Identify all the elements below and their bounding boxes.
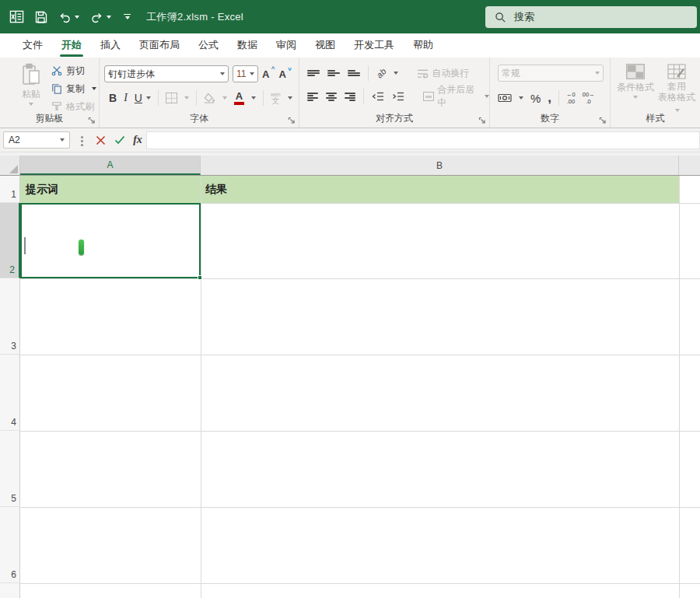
cell-b1[interactable]: 结果 [201, 176, 679, 203]
enter-button[interactable] [111, 132, 128, 148]
format-as-table-icon [667, 64, 686, 79]
alignment-group-label: 对齐方式 [299, 112, 489, 125]
conditional-formatting-label: 条件格式 [617, 81, 654, 94]
decrease-font-size-button[interactable]: Av [278, 68, 291, 80]
fill-color-icon[interactable] [204, 93, 215, 103]
wrap-text-button[interactable]: 自动换行 [417, 67, 469, 80]
paste-label: 粘贴 [22, 88, 40, 101]
fill-color-dropdown[interactable] [222, 96, 227, 100]
paste-clipboard-icon [21, 63, 41, 86]
font-color-button[interactable]: A [234, 91, 244, 105]
cell-a1[interactable]: 提示词 [20, 176, 201, 203]
wrap-text-label: 自动换行 [432, 67, 469, 80]
align-left-icon[interactable] [307, 93, 318, 101]
title-bar: 工作簿2.xlsm - Excel 搜索 [0, 0, 700, 33]
alignment-dialog-launcher-icon[interactable] [478, 117, 486, 124]
bold-button[interactable]: B [109, 92, 117, 104]
search-placeholder: 搜索 [514, 10, 534, 24]
phonetic-guide-button[interactable]: wén 文 [271, 92, 281, 105]
tab-view[interactable]: 视图 [306, 33, 345, 58]
redo-button[interactable] [90, 11, 103, 23]
column-header-a[interactable]: A [20, 156, 201, 175]
save-button[interactable] [35, 11, 47, 23]
undo-button[interactable] [58, 11, 72, 23]
align-right-icon[interactable] [345, 93, 355, 101]
clipboard-dialog-launcher-icon[interactable] [88, 117, 96, 124]
row-header-3[interactable]: 3 [0, 278, 20, 355]
name-box-dropdown[interactable] [60, 138, 65, 142]
styles-group: 条件格式 套用 表格格式 样式 [611, 58, 700, 128]
decrease-decimal-button[interactable]: 00→.0 [583, 91, 595, 105]
tab-home[interactable]: 开始 [52, 33, 91, 58]
top-align-icon[interactable] [307, 70, 320, 76]
phonetic-dropdown[interactable] [288, 96, 292, 100]
font-name-combobox[interactable]: 钉钉进步体 [104, 65, 229, 82]
borders-dropdown[interactable] [184, 96, 189, 100]
tab-help[interactable]: 帮助 [404, 33, 443, 58]
row-header-1[interactable]: 1 [0, 176, 20, 203]
accounting-format-dropdown[interactable] [519, 96, 523, 100]
copy-button[interactable]: 复制 [50, 80, 98, 97]
search-icon [495, 12, 506, 23]
font-color-dropdown[interactable] [251, 96, 256, 100]
row-header-5[interactable]: 5 [0, 431, 20, 507]
column-header-b[interactable]: B [201, 156, 679, 175]
insert-function-button[interactable]: fx [129, 132, 146, 148]
orientation-icon[interactable]: ab [375, 66, 388, 79]
accounting-format-icon[interactable] [498, 93, 512, 103]
font-dialog-launcher-icon[interactable] [288, 117, 296, 124]
cut-label: 剪切 [66, 65, 85, 78]
borders-icon[interactable] [166, 93, 177, 103]
underline-dropdown[interactable] [146, 96, 151, 100]
italic-button[interactable]: I [124, 92, 128, 104]
cell-a2-active[interactable] [20, 203, 201, 278]
column-header-c[interactable] [679, 156, 700, 175]
cancel-button[interactable] [92, 132, 109, 148]
number-dialog-launcher-icon[interactable] [599, 117, 607, 124]
row-header-4[interactable]: 4 [0, 355, 20, 431]
orientation-dropdown[interactable] [394, 72, 398, 75]
ribbon-tab-bar: 文件 开始 插入 页面布局 公式 数据 审阅 视图 开发工具 帮助 [0, 33, 700, 58]
undo-dropdown[interactable] [75, 16, 79, 19]
decrease-indent-icon[interactable] [372, 92, 384, 101]
search-box[interactable]: 搜索 [485, 6, 697, 28]
comma-style-button[interactable]: , [548, 94, 551, 102]
formula-bar-resize-handle[interactable] [81, 136, 83, 138]
font-size-combobox[interactable]: 11 [233, 65, 258, 82]
formula-input[interactable] [146, 131, 700, 149]
merge-center-button[interactable]: 合并后居中 [423, 83, 489, 110]
underline-button[interactable]: U [135, 92, 142, 104]
increase-font-size-button[interactable]: A^ [262, 68, 275, 80]
bottom-align-icon[interactable] [348, 70, 360, 76]
tab-formulas[interactable]: 公式 [189, 33, 228, 58]
font-name-value: 钉钉进步体 [108, 68, 155, 81]
tab-page-layout[interactable]: 页面布局 [130, 33, 189, 58]
tab-review[interactable]: 审阅 [267, 33, 306, 58]
tab-file[interactable]: 文件 [13, 33, 52, 58]
name-box[interactable]: A2 [3, 131, 70, 149]
gridline [201, 176, 201, 598]
conditional-formatting-button[interactable]: 条件格式 [617, 64, 654, 99]
column-header-row: A B [0, 156, 700, 176]
tab-insert[interactable]: 插入 [91, 33, 130, 58]
fill-handle[interactable] [198, 275, 202, 280]
middle-align-icon[interactable] [327, 70, 340, 76]
customize-quick-access-toolbar-button[interactable] [124, 14, 131, 20]
select-all-corner[interactable] [0, 156, 20, 175]
number-format-combobox[interactable]: 常规 [498, 65, 604, 82]
cut-button[interactable]: 剪切 [50, 62, 98, 79]
align-center-icon[interactable] [326, 93, 337, 101]
wrap-text-icon [417, 68, 429, 79]
format-as-table-button[interactable]: 套用 表格格式 [657, 64, 696, 114]
tab-developer[interactable]: 开发工具 [345, 33, 404, 58]
increase-decimal-button[interactable]: ←0.00 [566, 91, 576, 105]
increase-indent-icon[interactable] [392, 92, 404, 101]
redo-dropdown[interactable] [107, 16, 111, 19]
tab-data[interactable]: 数据 [228, 33, 267, 58]
row-header-2[interactable]: 2 [0, 203, 20, 278]
excel-window: 工作簿2.xlsm - Excel 搜索 文件 开始 插入 页面布局 公式 数据… [0, 0, 700, 598]
clipboard-group: 粘贴 剪切 [0, 58, 100, 128]
row-header-6[interactable]: 6 [0, 507, 20, 583]
percent-style-button[interactable]: % [530, 92, 541, 105]
number-group: 常规 % , ←0.00 00→.0 数字 [490, 58, 611, 128]
